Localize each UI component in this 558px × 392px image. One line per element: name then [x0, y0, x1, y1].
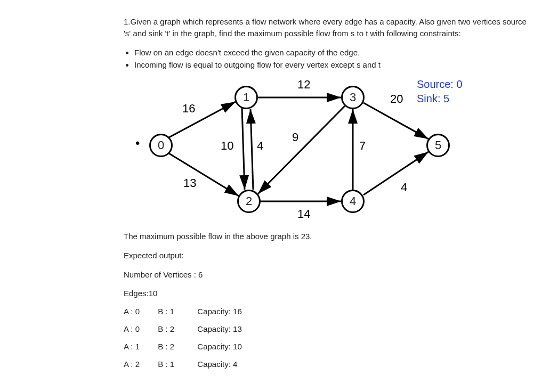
edge-b: B : 2: [158, 324, 195, 333]
edge-row: A : 1 B : 2 Capacity: 10: [124, 342, 529, 351]
edge-b: B : 1: [158, 307, 195, 316]
edge-weight-0-2: 13: [183, 176, 196, 190]
graph-node-4: 4: [341, 190, 365, 213]
svg-line-2: [242, 108, 245, 190]
graph-node-0: 0: [149, 134, 173, 157]
source-label: Source: 0: [417, 77, 463, 92]
edge-weight-2-1: 4: [257, 139, 263, 153]
svg-line-8: [363, 103, 428, 139]
flow-network-diagram: • 0 1 2 3 4 5 16 13 10 4 12 9 14 7 20 4 …: [129, 76, 470, 225]
edge-row: A : 0 B : 1 Capacity: 16: [124, 307, 529, 316]
edge-a: A : 2: [124, 360, 156, 369]
edge-a: A : 1: [124, 342, 156, 351]
constraint-item: Incoming flow is equal to outgoing flow …: [134, 59, 529, 71]
svg-line-5: [258, 106, 345, 194]
edge-row: A : 0 B : 2 Capacity: 13: [124, 324, 529, 333]
problem-intro: 1.Given a graph which represents a flow …: [124, 16, 529, 39]
expected-output-label: Expected output:: [124, 250, 529, 262]
graph-node-3: 3: [341, 86, 365, 109]
edge-cap: Capacity: 13: [197, 324, 241, 333]
constraints-list: Flow on an edge doesn't exceed the given…: [124, 47, 529, 71]
edge-cap: Capacity: 4: [197, 360, 237, 369]
sink-label: Sink: 5: [417, 92, 463, 106]
source-sink-label: Source: 0 Sink: 5: [417, 77, 463, 106]
graph-node-2: 2: [237, 190, 261, 213]
edge-cap: Capacity: 16: [197, 307, 241, 316]
graph-node-5: 5: [426, 134, 450, 157]
leading-dot: •: [135, 136, 140, 151]
svg-line-0: [169, 102, 236, 137]
edge-weight-4-5: 4: [401, 181, 407, 194]
edge-a: A : 0: [124, 307, 156, 316]
edge-weight-3-2: 9: [292, 130, 298, 144]
graph-node-1: 1: [234, 86, 258, 109]
edge-weight-0-1: 16: [182, 102, 195, 116]
maxflow-statement: The maximum possible flow in the above g…: [124, 231, 529, 242]
svg-line-3: [250, 109, 253, 190]
edge-a: A : 0: [124, 324, 156, 333]
page-content: 1.Given a graph which represents a flow …: [0, 0, 529, 369]
vertices-line: Number of Vertices : 6: [124, 269, 529, 281]
edge-b: B : 2: [158, 342, 195, 351]
edges-line: Edges:10: [124, 288, 529, 299]
edge-b: B : 1: [158, 360, 195, 369]
constraint-item: Flow on an edge doesn't exceed the given…: [134, 47, 529, 59]
edge-weight-1-2: 10: [221, 139, 233, 153]
edge-cap: Capacity: 10: [197, 342, 241, 351]
edge-weight-2-4: 14: [297, 207, 310, 221]
svg-line-1: [169, 153, 239, 196]
edge-row: A : 2 B : 1 Capacity: 4: [124, 360, 529, 369]
svg-line-9: [363, 152, 428, 195]
edge-weight-1-3: 12: [297, 78, 310, 92]
edge-weight-3-5: 20: [390, 92, 403, 106]
edge-weight-4-3: 7: [359, 139, 366, 153]
